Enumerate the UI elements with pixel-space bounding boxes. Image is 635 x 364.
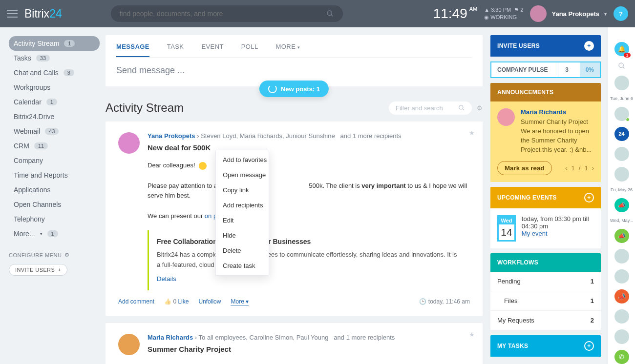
like-link[interactable]: Like [178,298,189,305]
context-menu-item[interactable]: Open message [216,167,269,182]
tab[interactable]: MORE ▾ [276,43,300,57]
company-pulse-widget[interactable]: COMPANY PULSE 3 0% [490,61,601,78]
context-menu-item[interactable]: Add recipients [216,198,269,213]
avatar[interactable] [614,249,629,263]
badge: 3 [64,69,74,76]
post-author[interactable]: Yana Prokopets [148,132,195,140]
sidebar-item[interactable]: Webmail43 [9,124,100,139]
filter-search[interactable]: Filter and search [389,101,472,115]
star-icon[interactable]: ★ [469,129,475,137]
sidebar-item[interactable]: Time and Reports [9,168,100,182]
widgets-column: INVITE USERS+ COMPANY PULSE 3 0% ANNOUNC… [490,27,608,364]
avatar[interactable] [614,329,629,344]
avatar[interactable] [497,108,515,126]
tab[interactable]: POLL [241,43,258,57]
tab[interactable]: EVENT [201,43,223,57]
sidebar-item[interactable]: Calendar1 [9,95,100,109]
compose-card: MESSAGETASKEVENTPOLLMORE ▾ Send message … [106,35,483,86]
tab[interactable]: MESSAGE [116,43,149,57]
thumb-up-icon[interactable]: 👍 [164,298,171,305]
announce-icon[interactable]: 📣 [614,198,629,212]
sidebar-item[interactable]: CRM11 [9,139,100,153]
search-icon[interactable] [326,10,334,18]
avatar[interactable] [614,76,629,90]
invite-users-widget[interactable]: INVITE USERS+ [490,35,601,57]
post-author[interactable]: Maria Richards [148,334,193,341]
context-menu-item[interactable]: Add to favorites [216,152,269,167]
sidebar-item[interactable]: Telephony [9,212,100,226]
workflow-row[interactable]: Files1 [490,291,601,311]
workflow-row[interactable]: Pending1 [490,272,601,291]
sidebar-item[interactable]: Applications [9,182,100,197]
reload-icon [268,84,277,93]
add-comment-link[interactable]: Add comment [118,298,154,305]
new-posts-pill[interactable]: New posts: 1 [259,81,329,97]
avatar[interactable] [614,107,629,121]
unfollow-link[interactable]: Unfollow [198,298,221,305]
sidebar-item-label: Chat and Calls [14,69,59,77]
context-menu-item[interactable]: Delete [216,243,269,258]
workflows-header: WORKFLOWS [490,253,601,272]
phone-icon[interactable]: ✆ [614,350,629,364]
details-link[interactable]: Details [157,274,176,284]
avatar[interactable] [614,309,629,324]
search-input[interactable] [120,10,326,18]
star-icon[interactable]: ★ [469,331,475,338]
sidebar-item[interactable]: Company [9,153,100,168]
tab[interactable]: TASK [167,43,184,57]
context-menu-item[interactable]: Create task [216,258,269,273]
gear-icon[interactable]: ⚙ [477,104,483,112]
plus-icon[interactable]: + [584,193,594,202]
smile-icon [199,162,207,170]
global-search[interactable] [111,5,343,22]
sidebar-item-label: Activity Stream [14,40,59,47]
context-menu-item[interactable]: Edit [216,213,269,228]
sidebar-item[interactable]: Workgroups [9,80,100,95]
next-icon[interactable]: › [592,164,594,172]
sidebar-item[interactable]: Tasks33 [9,51,100,65]
event-link[interactable]: My event [522,230,548,237]
avatar[interactable] [118,334,140,355]
flag-icon: ⚑ [514,7,519,13]
invite-users-button[interactable]: INVITE USERS + [9,264,67,276]
prev-icon[interactable]: ‹ [565,164,567,172]
avatar[interactable] [118,132,140,154]
help-button[interactable]: ? [614,6,628,21]
sidebar-item[interactable]: Activity Stream1 [9,36,100,51]
svg-point-2 [459,105,463,109]
avatar[interactable] [614,147,629,161]
avatar[interactable] [614,269,629,283]
event[interactable]: Wed14 today, from 03:30 pm till 04:30 pm… [490,208,601,248]
post-recipients[interactable]: To all employees, Caroline Simon, Paul Y… [199,334,329,341]
avatar[interactable] [614,167,629,181]
workflow-row[interactable]: My Requests2 [490,311,601,330]
plus-icon[interactable]: + [584,341,594,351]
announce-icon[interactable]: 📣 [614,289,629,303]
sidebar-item-label: Calendar [14,98,42,106]
bitrix24-icon[interactable]: 24 [614,127,629,141]
configure-menu[interactable]: CONFIGURE MENU ⚙ [9,252,100,258]
menu-toggle-icon[interactable] [7,10,18,18]
context-menu-item[interactable]: Copy link [216,182,269,198]
sidebar-item-label: Webmail [14,127,40,135]
clock: 11:49 AM ▲ 3:30 PM ⚑ 2 ◉ WORKING [433,6,524,21]
mark-as-read-button[interactable]: Mark as read [497,161,552,175]
announce-icon[interactable]: 📣 [614,229,629,243]
sidebar-item[interactable]: Chat and Calls3 [9,65,100,80]
badge: 1 [64,40,75,47]
context-menu-item[interactable]: Hide [216,228,269,243]
post-recipients[interactable]: Steven Loyd, Maria Richards, Juniour Sun… [201,132,335,140]
announcement-author[interactable]: Maria Richards [521,108,594,116]
sidebar-item-label: Tasks [14,54,31,62]
chevron-right-icon: › [195,334,199,341]
brand-logo[interactable]: Bitrix24 [24,7,62,20]
more-link[interactable]: More ▾ [231,298,249,305]
user-menu[interactable]: Yana Prokopets ▾ [530,5,607,22]
search-icon[interactable] [618,62,626,70]
plus-icon[interactable]: + [584,41,594,51]
sidebar-item[interactable]: Bitrix24.Drive [9,109,100,124]
sidebar-item[interactable]: Open Channels [9,197,100,212]
sidebar-item[interactable]: More... ▾ 1 [9,226,100,241]
bell-icon[interactable]: 🔔1 [614,42,629,56]
upcoming-events-header: UPCOMING EVENTS+ [490,187,601,208]
